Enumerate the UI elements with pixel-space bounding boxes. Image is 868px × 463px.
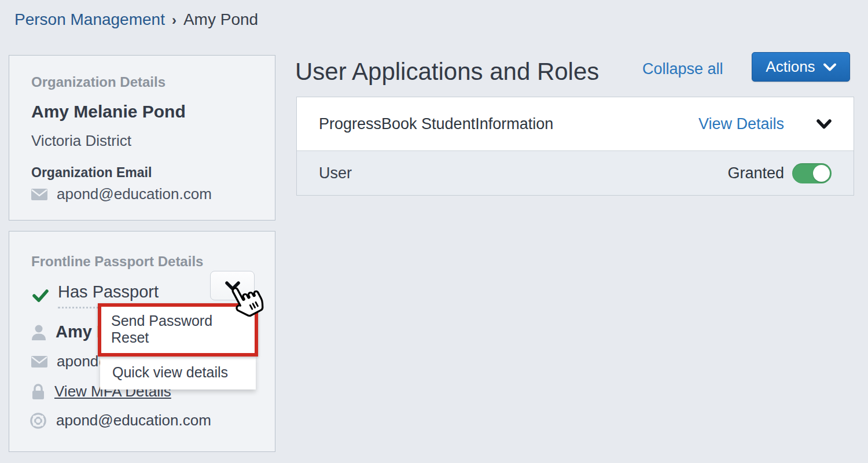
toggle-knob — [813, 165, 830, 182]
frontline-passport-details-card: Frontline Passport Details Has Passport … — [9, 231, 275, 452]
page-title: User Applications and Roles — [295, 58, 599, 86]
organization-details-card: Organization Details Amy Melanie Pond Vi… — [9, 55, 275, 221]
breadcrumb: Person Management › Amy Pond — [14, 10, 258, 29]
passport-actions-dropdown-button[interactable] — [210, 271, 255, 300]
frontline-passport-details-title: Frontline Passport Details — [31, 253, 203, 270]
envelope-icon — [31, 189, 47, 200]
person-icon — [31, 324, 46, 340]
breadcrumb-current-page: Amy Pond — [183, 10, 258, 29]
chevron-down-icon — [823, 63, 836, 71]
passport-actions-dropdown-menu: Send Password Reset Quick view details — [100, 303, 256, 389]
organization-email-row: apond@education.com — [31, 185, 253, 203]
granted-toggle[interactable] — [792, 163, 832, 183]
life-ring-icon — [30, 412, 47, 429]
application-name: ProgressBook StudentInformation — [319, 115, 698, 133]
breadcrumb-person-management-link[interactable]: Person Management — [14, 10, 165, 29]
menu-item-send-password-reset[interactable]: Send Password Reset — [98, 303, 258, 357]
organization-details-title: Organization Details — [31, 74, 253, 90]
organization-email-label: Organization Email — [31, 165, 253, 181]
organization-email-value: apond@education.com — [57, 185, 212, 203]
sso-email-value: apond@education.com — [56, 411, 211, 429]
lock-icon — [31, 384, 45, 400]
breadcrumb-separator-icon: › — [172, 12, 176, 28]
collapse-all-link[interactable]: Collapse all — [642, 60, 723, 78]
actions-button[interactable]: Actions — [752, 52, 850, 82]
menu-item-quick-view-details[interactable]: Quick view details — [100, 357, 256, 389]
check-icon — [32, 289, 49, 303]
district-name: Victoria District — [31, 132, 253, 150]
actions-button-label: Actions — [766, 58, 815, 76]
granted-label: Granted — [727, 164, 784, 182]
chevron-down-icon — [225, 281, 240, 291]
sso-email-row: apond@education.com — [30, 411, 211, 429]
application-card: ProgressBook StudentInformation View Det… — [296, 97, 854, 196]
role-name: User — [319, 164, 727, 182]
application-header-row: ProgressBook StudentInformation View Det… — [297, 97, 854, 150]
person-full-name: Amy Melanie Pond — [31, 102, 253, 122]
chevron-down-icon[interactable] — [816, 119, 832, 129]
application-role-row: User Granted — [297, 150, 854, 195]
view-details-link[interactable]: View Details — [698, 115, 784, 133]
envelope-icon — [31, 356, 47, 368]
